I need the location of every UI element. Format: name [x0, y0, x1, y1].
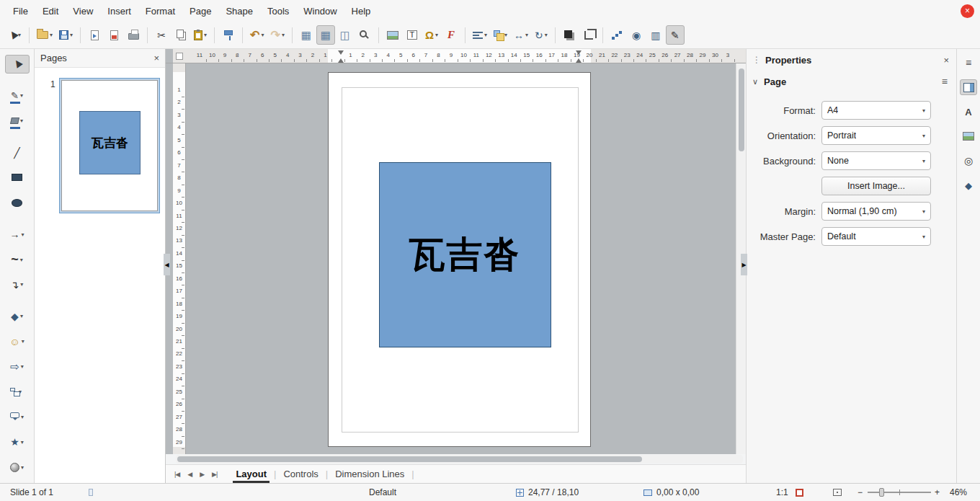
master-page-dropdown[interactable]: Default▾: [821, 227, 931, 246]
select-tool-button[interactable]: ▶▾: [6, 25, 24, 45]
chevron-down-icon[interactable]: ▾: [21, 414, 24, 420]
section-menu-icon[interactable]: ≡: [942, 76, 948, 87]
symbol-shapes-button[interactable]: ☺▾: [5, 332, 30, 351]
undo-button[interactable]: ↶▾: [247, 25, 267, 45]
fit-slide-button[interactable]: [833, 484, 842, 501]
helplines-button[interactable]: ◫: [336, 25, 355, 45]
chevron-down-icon[interactable]: ▾: [50, 32, 53, 38]
chevron-down-icon[interactable]: ▾: [282, 32, 285, 38]
block-arrows-button[interactable]: ⇨▾: [5, 358, 30, 376]
chevron-down-icon[interactable]: ▾: [204, 32, 207, 38]
document-modified-icon[interactable]: [796, 484, 803, 501]
chevron-down-icon[interactable]: ▾: [22, 338, 24, 345]
callouts-button[interactable]: ▾: [5, 407, 30, 426]
flowchart-button[interactable]: ▾: [5, 383, 30, 402]
select-button[interactable]: ▶: [5, 55, 30, 74]
pages-panel-close-button[interactable]: ×: [153, 53, 159, 63]
stars-banners-button[interactable]: ★▾: [5, 433, 30, 451]
distribution-button[interactable]: ↔▾: [511, 25, 531, 45]
menu-insert[interactable]: Insert: [100, 3, 138, 19]
clone-formatting-button[interactable]: [219, 25, 238, 45]
fontwork-button[interactable]: F: [442, 25, 460, 45]
document-page[interactable]: 瓦吉沓: [328, 72, 591, 447]
snap-to-grid-button[interactable]: ▦: [316, 25, 335, 45]
print-button[interactable]: [124, 25, 143, 45]
page-thumbnail[interactable]: 瓦吉沓: [59, 78, 160, 213]
first-slide-button[interactable]: |◀: [174, 471, 179, 478]
menu-file[interactable]: File: [6, 3, 35, 19]
menu-window[interactable]: Window: [296, 3, 344, 19]
orientation-dropdown[interactable]: Portrait▾: [821, 126, 931, 145]
paste-button[interactable]: ▾: [191, 25, 210, 45]
zoom-out-button[interactable]: −: [858, 484, 863, 501]
insert-text-box-button[interactable]: T: [403, 25, 422, 45]
menu-page[interactable]: Page: [182, 3, 218, 19]
tab-layout[interactable]: Layout: [228, 465, 274, 483]
tab-dimension-lines[interactable]: Dimension Lines: [328, 465, 411, 483]
chevron-down-icon[interactable]: ▾: [261, 32, 264, 38]
3d-objects-button[interactable]: ▾: [5, 458, 30, 476]
page-section-header[interactable]: ∨ Page ≡: [752, 71, 956, 92]
chevron-down-icon[interactable]: ▾: [21, 363, 24, 370]
chevron-down-icon[interactable]: ▾: [21, 439, 24, 445]
horizontal-scrollbar-thumb[interactable]: [177, 456, 642, 462]
collapse-left-panel-button[interactable]: ◀: [164, 254, 170, 275]
connectors-button[interactable]: ↴▾: [5, 275, 30, 294]
ellipse-button[interactable]: [5, 193, 30, 212]
zoom-in-button[interactable]: +: [935, 484, 940, 501]
margin-dropdown[interactable]: Normal (1,90 cm)▾: [821, 202, 931, 221]
basic-shapes-button[interactable]: ◆▾: [5, 307, 30, 326]
chevron-down-icon[interactable]: ▾: [21, 464, 24, 471]
display-views-button[interactable]: ▥: [646, 25, 665, 45]
glue-points-button[interactable]: ◉: [627, 25, 646, 45]
left-margin-marker[interactable]: [338, 50, 344, 55]
chevron-down-icon[interactable]: ▾: [21, 231, 24, 238]
tab-gallery-button[interactable]: [960, 128, 977, 144]
menu-view[interactable]: View: [66, 3, 100, 19]
crop-button[interactable]: [579, 25, 598, 45]
chevron-down-icon[interactable]: ▾: [70, 32, 73, 38]
lines-arrows-button[interactable]: →▾: [5, 225, 30, 244]
show-draw-functions-button[interactable]: ✎: [666, 25, 685, 45]
rectangle-button[interactable]: [5, 169, 30, 187]
open-button[interactable]: ▾: [34, 25, 55, 45]
background-dropdown[interactable]: None▾: [821, 151, 931, 170]
menu-tools[interactable]: Tools: [260, 3, 296, 19]
export-pdf-button[interactable]: [104, 25, 123, 45]
zoom-level[interactable]: 46%: [950, 484, 967, 501]
next-slide-button[interactable]: ▶: [200, 471, 204, 478]
window-close-button[interactable]: ×: [961, 4, 974, 18]
redo-button[interactable]: ↷▾: [267, 25, 287, 45]
collapse-right-panel-button[interactable]: ▶: [741, 254, 747, 275]
horizontal-scrollbar[interactable]: [176, 455, 743, 464]
line-color-button[interactable]: ✎▾: [5, 87, 30, 105]
chevron-down-icon[interactable]: ▾: [20, 257, 23, 263]
blue-rectangle-shape[interactable]: 瓦吉沓: [379, 162, 551, 347]
copy-button[interactable]: [172, 25, 190, 45]
edit-points-button[interactable]: [607, 25, 626, 45]
fill-color-button[interactable]: ▾: [5, 112, 30, 130]
chevron-down-icon[interactable]: ▾: [545, 32, 548, 38]
chevron-down-icon[interactable]: ▾: [484, 32, 487, 38]
menu-help[interactable]: Help: [344, 3, 378, 19]
zoom-slider[interactable]: [868, 492, 931, 493]
cut-button[interactable]: ✂: [152, 25, 171, 45]
curves-polygons-button[interactable]: ~▾: [5, 250, 30, 269]
tab-properties-button[interactable]: [960, 79, 977, 95]
zoom-slider-thumb[interactable]: [879, 488, 884, 497]
chevron-down-icon[interactable]: ▾: [525, 32, 528, 38]
special-character-button[interactable]: Ω▾: [422, 25, 441, 45]
chevron-down-icon[interactable]: ▾: [20, 281, 23, 288]
vertical-scrollbar-thumb[interactable]: [739, 68, 744, 151]
last-slide-button[interactable]: ▶|: [212, 471, 217, 478]
chevron-down-icon[interactable]: ▾: [435, 32, 438, 38]
section-collapse-icon[interactable]: ∨: [752, 77, 758, 87]
sidebar-menu-button[interactable]: ≡: [960, 55, 977, 71]
menu-shape[interactable]: Shape: [218, 3, 260, 19]
save-button[interactable]: ▾: [56, 25, 76, 45]
insert-image-button[interactable]: [383, 25, 402, 45]
properties-close-button[interactable]: ×: [943, 55, 949, 66]
horizontal-ruler[interactable]: 1110987654321123456789101112131415161718…: [186, 49, 746, 63]
menu-format[interactable]: Format: [138, 3, 182, 19]
insert-image-button[interactable]: Insert Image...: [821, 177, 931, 195]
